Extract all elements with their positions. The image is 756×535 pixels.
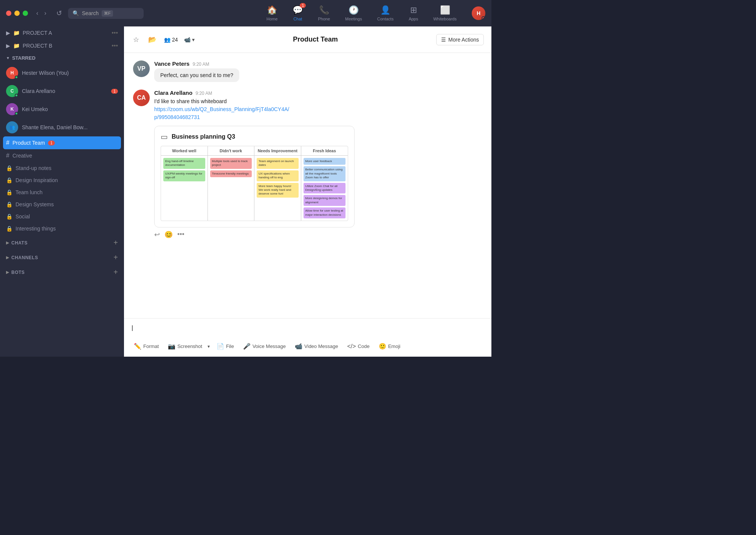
whiteboard-card[interactable]: ▭ Business planning Q3 Worked well Didn'… — [154, 126, 355, 227]
add-bot-button[interactable]: + — [113, 268, 118, 277]
sidebar-item-social[interactable]: 🔒 Social — [0, 210, 124, 223]
lock-icon-systems: 🔒 — [6, 201, 12, 207]
channel-badge-product-team: 1 — [48, 141, 55, 145]
section-channels[interactable]: ▶ CHANNELS + — [0, 249, 124, 264]
section-bots[interactable]: ▶ BOTS + — [0, 264, 124, 279]
message-input-box[interactable]: | — [124, 319, 491, 337]
titlebar: ‹ › ↺ 🔍 Search ⌘F 🏠 Home 💬 1 Chat 📞 Phon… — [0, 0, 491, 26]
channels-arrow-icon: ▶ — [6, 255, 9, 260]
avatar-clara: C — [6, 85, 18, 97]
whiteboard-link[interactable]: https://zoom.us/wb/Q2_Business_Planning/… — [154, 106, 289, 120]
history-button[interactable]: ↺ — [53, 8, 65, 19]
folder-more-icon-b[interactable]: ••• — [112, 42, 118, 49]
wb-col-needs: Team alignment on launch dates UX specif… — [254, 156, 301, 221]
folder-project-a-label: PROJECT A — [23, 30, 108, 36]
nav-whiteboards[interactable]: ⬜ Whiteboards — [426, 4, 464, 23]
voice-label: Voice Message — [253, 343, 286, 349]
wb-col-worked: Eng hand-off timeline documentation UX/P… — [161, 156, 208, 221]
message-time-vance: 9:20 AM — [192, 62, 209, 67]
voice-message-button[interactable]: 🎤 Voice Message — [239, 340, 290, 352]
maximize-button[interactable] — [23, 11, 28, 16]
back-button[interactable]: ‹ — [34, 8, 40, 18]
starred-header[interactable]: ▼ STARRED — [0, 52, 124, 64]
message-clara: CA Clara Arellano 9:20 AM I'd like to sh… — [133, 90, 482, 239]
nav-apps[interactable]: ⊞ Apps — [401, 4, 426, 23]
close-button[interactable] — [6, 11, 11, 16]
user-avatar[interactable]: H — [472, 6, 485, 20]
nav-phone[interactable]: 📞 Phone — [310, 4, 338, 23]
apps-icon: ⊞ — [410, 5, 417, 15]
forward-button[interactable]: › — [42, 8, 48, 18]
file-button[interactable]: 📄 File — [213, 340, 238, 352]
sticky-more-design: More design/eng demos for alignment — [304, 195, 346, 206]
video-icon: 📹 — [184, 37, 191, 43]
nav-meetings[interactable]: 🕐 Meetings — [338, 4, 370, 23]
folder-arrow-icon-b: ▶ — [6, 43, 10, 49]
minimize-button[interactable] — [14, 11, 20, 16]
avatar-hester: H — [6, 67, 18, 79]
video-message-button[interactable]: 📹 Video Message — [291, 340, 342, 352]
sidebar-item-creative[interactable]: # Creative — [0, 149, 124, 162]
sidebar-item-design-systems[interactable]: 🔒 Design Systems — [0, 198, 124, 210]
folder-button[interactable]: 📂 — [147, 34, 158, 45]
sidebar-folder-project-b[interactable]: ▶ 📁 PROJECT B ••• — [0, 39, 124, 52]
star-button[interactable]: ☆ — [132, 34, 141, 45]
sidebar-folder-project-a[interactable]: ▶ 📁 PROJECT A ••• — [0, 26, 124, 39]
online-indicator-kei — [15, 112, 18, 115]
more-actions-button[interactable]: ☰ More Actions — [436, 34, 484, 45]
emoji-button[interactable]: 🙂 Emoji — [375, 340, 404, 352]
section-chats[interactable]: ▶ CHATS + — [0, 235, 124, 249]
code-button[interactable]: </> Code — [343, 341, 373, 352]
contact-name-hester: Hester Wilson (You) — [22, 70, 118, 76]
sidebar-item-hester[interactable]: H Hester Wilson (You) — [0, 64, 124, 82]
sidebar-item-shante[interactable]: 👥 Shante Elena, Daniel Bow... — [0, 118, 124, 136]
sidebar-item-kei[interactable]: K Kei Umeko — [0, 100, 124, 118]
member-count: 👥 24 — [164, 37, 178, 43]
whiteboard-body: Eng hand-off timeline documentation UX/P… — [161, 156, 348, 221]
add-chat-button[interactable]: + — [113, 238, 118, 247]
nav-contacts[interactable]: 👤 Contacts — [370, 4, 401, 23]
sticky-multiple-tools: Multiple tools used to track project — [210, 158, 252, 169]
sidebar-item-product-team[interactable]: # Product Team 1 — [3, 136, 121, 149]
search-bar[interactable]: 🔍 Search ⌘F — [68, 8, 144, 19]
more-reactions-button[interactable]: ••• — [177, 230, 184, 238]
code-label: Code — [358, 343, 370, 349]
sticky-uxpm: UX/PM weekly meetings for sign-off — [163, 170, 205, 181]
video-call-button[interactable]: 📹 ▾ — [184, 37, 195, 43]
sidebar-item-interesting[interactable]: 🔒 Interesting things — [0, 223, 124, 235]
nav-chat[interactable]: 💬 1 Chat — [285, 4, 310, 23]
add-channel-button[interactable]: + — [113, 253, 118, 262]
wb-col-didnt: Multiple tools used to track project Tim… — [208, 156, 255, 221]
lock-icon-standup: 🔒 — [6, 165, 12, 171]
screenshot-button[interactable]: 📷 Screenshot — [164, 340, 206, 352]
chat-header: ☆ 📂 👥 24 📹 ▾ Product Team ☰ More Actions — [124, 26, 491, 53]
online-indicator-hester — [15, 76, 18, 79]
message-reactions: ↩ 😊 ••• — [154, 230, 482, 239]
file-icon: 📄 — [217, 343, 224, 350]
format-button[interactable]: ✏️ Format — [130, 340, 163, 352]
channel-name-product-team: Product Team — [12, 140, 45, 146]
more-actions-label: More Actions — [448, 37, 479, 43]
format-label: Format — [143, 343, 159, 349]
sidebar-item-design-inspiration[interactable]: 🔒 Design Inspiration — [0, 174, 124, 186]
sidebar-item-standup[interactable]: 🔒 Stand-up notes — [0, 162, 124, 174]
sidebar-item-team-lunch[interactable]: 🔒 Team lunch — [0, 186, 124, 198]
screenshot-dropdown-button[interactable]: ▾ — [206, 342, 211, 351]
lock-icon-interesting: 🔒 — [6, 226, 12, 232]
more-actions-icon: ☰ — [441, 37, 446, 43]
reply-button[interactable]: ↩ — [154, 230, 160, 239]
nav-meetings-label: Meetings — [345, 17, 362, 21]
top-nav: 🏠 Home 💬 1 Chat 📞 Phone 🕐 Meetings 👤 Con… — [259, 4, 464, 23]
channel-hash-icon: # — [6, 139, 9, 146]
nav-home[interactable]: 🏠 Home — [259, 4, 285, 23]
format-icon: ✏️ — [134, 343, 141, 350]
sticky-timezone: Timezone friendly meetings — [210, 170, 252, 177]
nav-home-label: Home — [266, 17, 277, 21]
sidebar-item-clara[interactable]: C Clara Arellano 1 — [0, 82, 124, 100]
col-header-fresh: Fresh Ideas — [301, 146, 348, 155]
message-content-clara: Clara Arellano 9:20 AM I'd like to share… — [154, 90, 482, 239]
emoji-reaction-button[interactable]: 😊 — [164, 230, 173, 239]
message-time-clara: 9:20 AM — [195, 91, 212, 96]
member-count-value: 24 — [172, 37, 178, 43]
folder-more-icon[interactable]: ••• — [112, 29, 118, 36]
